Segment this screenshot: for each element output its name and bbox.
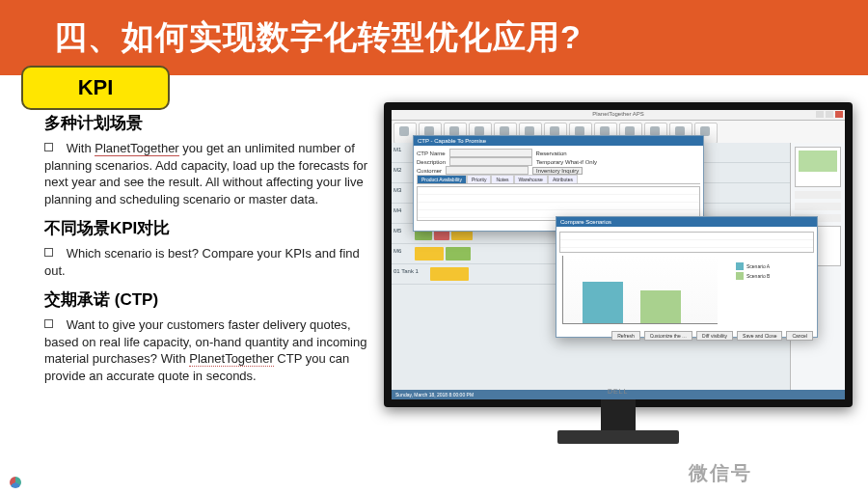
kpi-tag: KPI (21, 66, 170, 110)
planettogether-link[interactable]: PlanetTogether (95, 141, 178, 156)
ctp-cust-input[interactable] (446, 166, 529, 175)
ctp-field-label: Description (417, 159, 446, 165)
gantt-row-label: 01 Tank 1 (393, 268, 419, 274)
app-title: PlanetTogether APS (592, 111, 644, 117)
gantt-row-label: M6 (393, 248, 401, 254)
monitor-stand-neck (601, 399, 636, 434)
side-row (795, 203, 841, 210)
app-titlebar: PlanetTogether APS (392, 110, 845, 121)
side-row (795, 191, 841, 199)
gantt-row-label: M1 (393, 147, 401, 152)
inventory-view[interactable] (795, 147, 841, 187)
ctp-name-input[interactable] (449, 149, 532, 157)
ctp-field-label: CTP Name (417, 151, 446, 156)
monitor-screen: PlanetTogether APS (392, 110, 845, 399)
footer-logo-icon (10, 477, 21, 488)
bullet-icon (44, 143, 53, 151)
maximize-icon[interactable] (826, 111, 833, 118)
ctp-tab-active[interactable]: Product Availability (417, 175, 467, 183)
monitor-brand: DELL (608, 388, 629, 395)
monitor: PlanetTogether APS (384, 102, 847, 450)
ctp-desc-input[interactable] (449, 157, 532, 166)
kpi-tag-label: KPI (78, 75, 114, 100)
legend-swatch (736, 272, 744, 280)
ctp-field-label: Customer (417, 168, 442, 174)
gantt-row-label: M5 (393, 228, 401, 233)
section-2-heading: 不同场景KPI对比 (44, 217, 372, 239)
gantt-row-label: M2 (393, 167, 401, 173)
ctp-tab[interactable]: Attributes (548, 175, 578, 183)
slide-header: 四、如何实现数字化转型优化应用? (0, 0, 868, 75)
planettogether-link-2[interactable]: PlanetTogether (189, 351, 273, 367)
ctp-tab[interactable]: Notes (491, 175, 513, 183)
compare-title: Compare Scenarios (556, 217, 817, 227)
gantt-bar[interactable] (446, 247, 471, 261)
chart-bar-b (640, 290, 681, 323)
monitor-stand-base (557, 430, 679, 444)
diff-button[interactable]: Diff visibility (696, 331, 733, 341)
legend-label: Scenario A (746, 263, 770, 269)
save-close-button[interactable]: Save and Close (737, 331, 782, 341)
minimize-icon[interactable] (816, 111, 824, 118)
ctp-tab[interactable]: Warehouse (514, 175, 548, 183)
customize-button[interactable]: Customize the … (644, 331, 692, 341)
gantt-row-label: M3 (393, 187, 401, 193)
watermark-text: 微信号 (689, 460, 752, 486)
bullet-icon (44, 319, 53, 328)
bullet-icon (44, 248, 53, 257)
ctp-dialog-title: CTP - Capable To Promise (414, 136, 703, 146)
monitor-bezel: PlanetTogether APS (384, 102, 853, 407)
section-1-body: With PlanetTogether you get an unlimited… (44, 140, 372, 207)
compare-dialog[interactable]: Compare Scenarios Scenario A Scenario B (556, 216, 818, 338)
cancel-button[interactable]: Cancel (786, 331, 813, 341)
ctp-radio-label[interactable]: Temporary What-if Only (536, 159, 597, 165)
section-3-heading: 交期承诺 (CTP) (44, 288, 372, 311)
gantt-row-label: M4 (393, 207, 401, 213)
status-text: Sunday, March 18, 2018 8:00:00 PM (395, 392, 474, 398)
ctp-tab[interactable]: Priority (467, 175, 492, 183)
ctp-tabs[interactable]: Product Availability Priority Notes Ware… (417, 175, 700, 184)
chart-legend: Scenario A Scenario B (736, 261, 811, 281)
legend-swatch (736, 262, 744, 270)
close-icon[interactable] (835, 111, 843, 118)
section-2-body: Which scenario is best? Compare your KPI… (44, 245, 372, 279)
gantt-bar[interactable] (415, 247, 444, 261)
ctp-button[interactable]: Inventory Inquiry (532, 167, 583, 175)
legend-label: Scenario B (746, 273, 770, 279)
s2-text: Which scenario is best? Compare your KPI… (44, 246, 360, 278)
compare-footer: Refresh Customize the … Diff visibility … (560, 331, 813, 341)
text-column: 多种计划场景 With PlanetTogether you get an un… (44, 102, 372, 450)
compare-chart (562, 256, 718, 324)
slide-title: 四、如何实现数字化转型优化应用? (54, 15, 582, 60)
ctp-field-label: Reservation (536, 151, 567, 156)
chart-bar-a (583, 282, 623, 323)
compare-grid[interactable] (559, 232, 814, 253)
window-buttons[interactable] (816, 111, 843, 118)
gantt-bar[interactable] (430, 267, 469, 281)
section-3-body: Want to give your customers faster deliv… (44, 316, 372, 384)
content-area: 多种计划场景 With PlanetTogether you get an un… (0, 75, 868, 450)
s1-a: With (67, 141, 95, 155)
ctp-body: CTP Name Reservation Description Tempora… (414, 146, 703, 224)
section-1-heading: 多种计划场景 (44, 112, 372, 134)
refresh-button[interactable]: Refresh (611, 331, 640, 341)
